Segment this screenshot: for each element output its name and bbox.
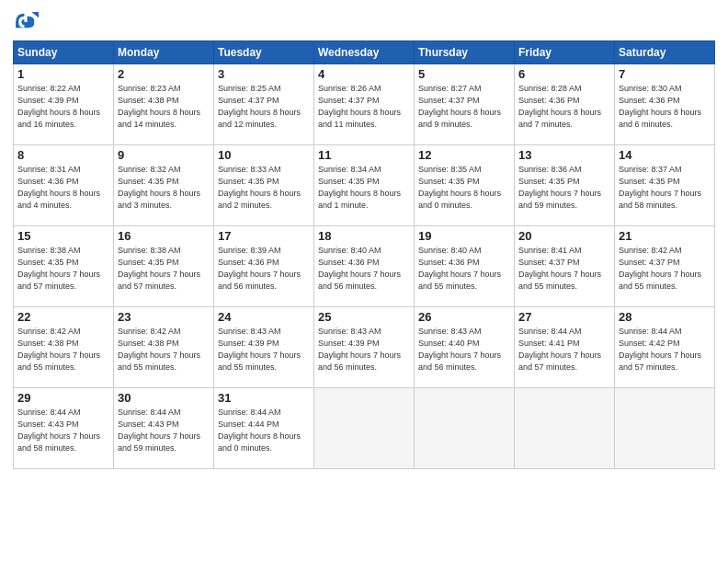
- day-number: 27: [518, 310, 610, 324]
- day-info: Sunrise: 8:44 AM Sunset: 4:44 PM Dayligh…: [218, 407, 310, 454]
- calendar-cell: 12 Sunrise: 8:35 AM Sunset: 4:35 PM Dayl…: [415, 145, 515, 226]
- calendar-week-5: 29 Sunrise: 8:44 AM Sunset: 4:43 PM Dayl…: [14, 388, 715, 469]
- day-number: 3: [218, 67, 310, 81]
- day-number: 2: [118, 67, 210, 81]
- day-number: 22: [17, 310, 109, 324]
- day-info: Sunrise: 8:39 AM Sunset: 4:36 PM Dayligh…: [218, 245, 310, 293]
- day-number: 24: [218, 310, 310, 324]
- day-number: 30: [118, 391, 210, 405]
- day-info: Sunrise: 8:43 AM Sunset: 4:39 PM Dayligh…: [318, 326, 410, 373]
- calendar-cell: 28 Sunrise: 8:44 AM Sunset: 4:42 PM Dayl…: [615, 307, 715, 388]
- day-info: Sunrise: 8:33 AM Sunset: 4:35 PM Dayligh…: [218, 164, 310, 212]
- day-info: Sunrise: 8:44 AM Sunset: 4:42 PM Dayligh…: [619, 326, 711, 373]
- calendar-cell: 21 Sunrise: 8:42 AM Sunset: 4:37 PM Dayl…: [615, 226, 715, 307]
- day-info: Sunrise: 8:22 AM Sunset: 4:39 PM Dayligh…: [17, 83, 109, 131]
- calendar-cell: 8 Sunrise: 8:31 AM Sunset: 4:36 PM Dayli…: [14, 145, 114, 226]
- calendar-cell: 3 Sunrise: 8:25 AM Sunset: 4:37 PM Dayli…: [214, 64, 314, 145]
- day-number: 14: [619, 148, 711, 162]
- day-header-monday: Monday: [114, 41, 214, 64]
- day-info: Sunrise: 8:40 AM Sunset: 4:36 PM Dayligh…: [318, 245, 410, 293]
- calendar-cell: 17 Sunrise: 8:39 AM Sunset: 4:36 PM Dayl…: [214, 226, 314, 307]
- day-number: 4: [318, 67, 410, 81]
- day-number: 29: [17, 391, 109, 405]
- day-info: Sunrise: 8:26 AM Sunset: 4:37 PM Dayligh…: [318, 83, 410, 131]
- day-info: Sunrise: 8:44 AM Sunset: 4:43 PM Dayligh…: [17, 407, 109, 454]
- day-header-tuesday: Tuesday: [214, 41, 314, 64]
- calendar-cell: 22 Sunrise: 8:42 AM Sunset: 4:38 PM Dayl…: [14, 307, 114, 388]
- calendar-body: 1 Sunrise: 8:22 AM Sunset: 4:39 PM Dayli…: [14, 64, 715, 469]
- day-number: 9: [118, 148, 210, 162]
- day-info: Sunrise: 8:43 AM Sunset: 4:39 PM Dayligh…: [218, 326, 310, 373]
- day-info: Sunrise: 8:38 AM Sunset: 4:35 PM Dayligh…: [118, 245, 210, 293]
- calendar-cell: 23 Sunrise: 8:42 AM Sunset: 4:38 PM Dayl…: [114, 307, 214, 388]
- day-number: 5: [418, 67, 510, 81]
- header: [13, 9, 715, 35]
- day-info: Sunrise: 8:34 AM Sunset: 4:35 PM Dayligh…: [318, 164, 410, 212]
- day-info: Sunrise: 8:42 AM Sunset: 4:38 PM Dayligh…: [118, 326, 210, 373]
- day-info: Sunrise: 8:37 AM Sunset: 4:35 PM Dayligh…: [619, 164, 711, 212]
- calendar-cell: 15 Sunrise: 8:38 AM Sunset: 4:35 PM Dayl…: [14, 226, 114, 307]
- day-info: Sunrise: 8:28 AM Sunset: 4:36 PM Dayligh…: [518, 83, 610, 131]
- day-header-friday: Friday: [515, 41, 615, 64]
- day-info: Sunrise: 8:42 AM Sunset: 4:37 PM Dayligh…: [619, 245, 711, 293]
- calendar-cell: 31 Sunrise: 8:44 AM Sunset: 4:44 PM Dayl…: [214, 388, 314, 469]
- day-header-sunday: Sunday: [14, 41, 114, 64]
- day-info: Sunrise: 8:32 AM Sunset: 4:35 PM Dayligh…: [118, 164, 210, 212]
- calendar-cell: 4 Sunrise: 8:26 AM Sunset: 4:37 PM Dayli…: [314, 64, 415, 145]
- calendar-cell: 18 Sunrise: 8:40 AM Sunset: 4:36 PM Dayl…: [314, 226, 415, 307]
- day-header-wednesday: Wednesday: [314, 41, 415, 64]
- calendar-cell: 9 Sunrise: 8:32 AM Sunset: 4:35 PM Dayli…: [114, 145, 214, 226]
- day-number: 20: [518, 229, 610, 243]
- day-number: 16: [118, 229, 210, 243]
- day-number: 8: [17, 148, 109, 162]
- day-number: 28: [619, 310, 711, 324]
- day-number: 25: [318, 310, 410, 324]
- day-info: Sunrise: 8:44 AM Sunset: 4:43 PM Dayligh…: [118, 407, 210, 454]
- calendar-cell: [515, 388, 615, 469]
- day-info: Sunrise: 8:36 AM Sunset: 4:35 PM Dayligh…: [518, 164, 610, 212]
- day-number: 21: [619, 229, 711, 243]
- day-number: 17: [218, 229, 310, 243]
- calendar-cell: 30 Sunrise: 8:44 AM Sunset: 4:43 PM Dayl…: [114, 388, 214, 469]
- day-info: Sunrise: 8:42 AM Sunset: 4:38 PM Dayligh…: [17, 326, 109, 373]
- calendar-week-2: 8 Sunrise: 8:31 AM Sunset: 4:36 PM Dayli…: [14, 145, 715, 226]
- calendar-cell: 7 Sunrise: 8:30 AM Sunset: 4:36 PM Dayli…: [615, 64, 715, 145]
- day-info: Sunrise: 8:43 AM Sunset: 4:40 PM Dayligh…: [418, 326, 510, 373]
- day-info: Sunrise: 8:40 AM Sunset: 4:36 PM Dayligh…: [418, 245, 510, 293]
- day-info: Sunrise: 8:38 AM Sunset: 4:35 PM Dayligh…: [17, 245, 109, 293]
- calendar-cell: 29 Sunrise: 8:44 AM Sunset: 4:43 PM Dayl…: [14, 388, 114, 469]
- day-info: Sunrise: 8:35 AM Sunset: 4:35 PM Dayligh…: [418, 164, 510, 212]
- day-header-saturday: Saturday: [615, 41, 715, 64]
- calendar-cell: 2 Sunrise: 8:23 AM Sunset: 4:38 PM Dayli…: [114, 64, 214, 145]
- calendar-cell: 11 Sunrise: 8:34 AM Sunset: 4:35 PM Dayl…: [314, 145, 415, 226]
- calendar-cell: 5 Sunrise: 8:27 AM Sunset: 4:37 PM Dayli…: [415, 64, 515, 145]
- day-number: 7: [619, 67, 711, 81]
- day-number: 11: [318, 148, 410, 162]
- day-number: 19: [418, 229, 510, 243]
- calendar-cell: 24 Sunrise: 8:43 AM Sunset: 4:39 PM Dayl…: [214, 307, 314, 388]
- calendar-cell: 27 Sunrise: 8:44 AM Sunset: 4:41 PM Dayl…: [515, 307, 615, 388]
- calendar-week-1: 1 Sunrise: 8:22 AM Sunset: 4:39 PM Dayli…: [14, 64, 715, 145]
- day-number: 1: [17, 67, 109, 81]
- day-info: Sunrise: 8:23 AM Sunset: 4:38 PM Dayligh…: [118, 83, 210, 131]
- calendar-cell: [415, 388, 515, 469]
- calendar-week-3: 15 Sunrise: 8:38 AM Sunset: 4:35 PM Dayl…: [14, 226, 715, 307]
- logo-icon: [13, 9, 39, 35]
- page: SundayMondayTuesdayWednesdayThursdayFrid…: [0, 0, 728, 563]
- day-info: Sunrise: 8:25 AM Sunset: 4:37 PM Dayligh…: [218, 83, 310, 131]
- day-number: 23: [118, 310, 210, 324]
- day-header-thursday: Thursday: [415, 41, 515, 64]
- calendar-cell: 13 Sunrise: 8:36 AM Sunset: 4:35 PM Dayl…: [515, 145, 615, 226]
- calendar-cell: 10 Sunrise: 8:33 AM Sunset: 4:35 PM Dayl…: [214, 145, 314, 226]
- calendar-cell: 1 Sunrise: 8:22 AM Sunset: 4:39 PM Dayli…: [14, 64, 114, 145]
- calendar-cell: 16 Sunrise: 8:38 AM Sunset: 4:35 PM Dayl…: [114, 226, 214, 307]
- day-number: 13: [518, 148, 610, 162]
- day-info: Sunrise: 8:31 AM Sunset: 4:36 PM Dayligh…: [17, 164, 109, 212]
- day-number: 18: [318, 229, 410, 243]
- logo: [13, 9, 42, 35]
- day-info: Sunrise: 8:27 AM Sunset: 4:37 PM Dayligh…: [418, 83, 510, 131]
- calendar-week-4: 22 Sunrise: 8:42 AM Sunset: 4:38 PM Dayl…: [14, 307, 715, 388]
- calendar-cell: 6 Sunrise: 8:28 AM Sunset: 4:36 PM Dayli…: [515, 64, 615, 145]
- day-number: 10: [218, 148, 310, 162]
- day-info: Sunrise: 8:44 AM Sunset: 4:41 PM Dayligh…: [518, 326, 610, 373]
